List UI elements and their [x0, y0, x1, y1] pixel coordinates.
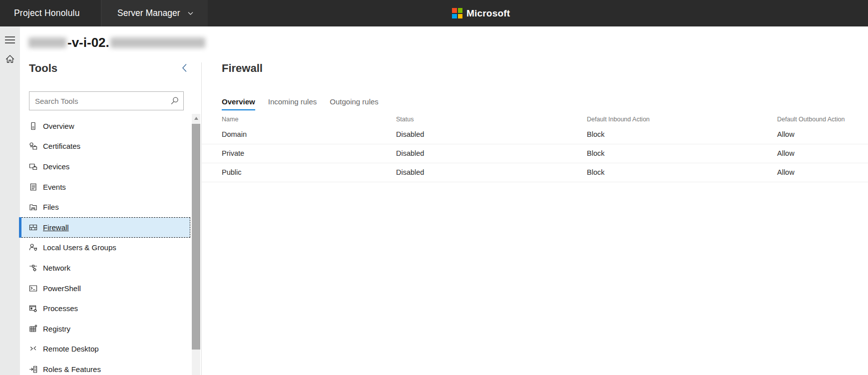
network-icon: [29, 264, 37, 272]
scrollbar-up-button[interactable]: [192, 114, 200, 122]
cell-name: Public: [222, 163, 242, 182]
solution-switcher[interactable]: Server Manager: [101, 0, 208, 26]
tool-item-processes[interactable]: Processes: [20, 298, 190, 319]
microsoft-wordmark: Microsoft: [466, 8, 510, 19]
tool-item-label: Remote Desktop: [43, 345, 99, 353]
tool-item-label: Events: [43, 183, 66, 191]
tool-item-powershell[interactable]: PowerShell: [20, 278, 190, 299]
column-header-name: Name: [222, 113, 238, 125]
chevron-down-icon: [188, 11, 193, 15]
tool-item-label: Certificates: [43, 142, 80, 150]
tool-item-remote-desktop[interactable]: Remote Desktop: [20, 339, 190, 360]
table-row-domain[interactable]: Domain Disabled Block Allow: [202, 125, 868, 144]
microsoft-logo: Microsoft: [452, 0, 510, 26]
tool-item-label: Firewall: [43, 223, 69, 232]
cell-status: Disabled: [396, 163, 424, 182]
home-button[interactable]: [0, 50, 20, 67]
roles-features-icon: [29, 365, 37, 374]
window: Project Honolulu Server Manager Microsof…: [0, 0, 868, 375]
cell-outbound: Allow: [777, 125, 795, 144]
tool-item-label: Network: [43, 264, 70, 272]
certificates-icon: [29, 142, 37, 150]
devices-icon: [29, 162, 37, 171]
tool-item-devices[interactable]: Devices: [20, 156, 190, 177]
app-title[interactable]: Project Honolulu: [14, 0, 80, 26]
server-name-redacted-prefix: [28, 37, 66, 48]
table-row-private[interactable]: Private Disabled Block Allow: [202, 144, 868, 163]
tool-item-label: Roles & Features: [43, 365, 101, 374]
tool-item-firewall[interactable]: Firewall: [19, 217, 190, 238]
tab-incoming-rules[interactable]: Incoming rules: [268, 97, 317, 110]
left-rail: [0, 26, 20, 375]
solution-label: Server Manager: [117, 8, 180, 18]
tools-scrollbar[interactable]: [192, 114, 200, 375]
collapse-tools-button[interactable]: [181, 63, 187, 74]
tool-item-label: Registry: [43, 325, 70, 333]
chevron-left-icon: [181, 63, 187, 72]
tool-item-registry[interactable]: Registry: [20, 319, 190, 339]
cell-status: Disabled: [396, 144, 424, 163]
server-name-heading: -v-i-02.: [28, 34, 205, 51]
powershell-icon: [29, 284, 37, 293]
column-header-status: Status: [396, 113, 414, 125]
tool-item-label: Local Users & Groups: [43, 243, 116, 252]
hamburger-icon: [4, 36, 15, 44]
table-row-public[interactable]: Public Disabled Block Allow: [202, 163, 868, 182]
tools-list: Overview Certificates Devices Events Fil…: [20, 116, 190, 375]
cell-name: Domain: [222, 125, 247, 144]
firewall-icon: [29, 223, 37, 232]
column-header-default-outbound-action: Default Outbound Action: [777, 113, 845, 125]
tool-item-files[interactable]: Files: [20, 197, 190, 217]
search-box: [29, 91, 184, 110]
search-icon: [170, 96, 179, 105]
triangle-up-icon: [194, 117, 198, 120]
column-header-default-inbound-action: Default Inbound Action: [587, 113, 650, 125]
cell-outbound: Allow: [777, 163, 795, 182]
tools-panel: Tools Overview Certificates Devices: [20, 57, 201, 375]
cell-status: Disabled: [396, 125, 424, 144]
cell-inbound: Block: [587, 163, 604, 182]
tool-item-certificates[interactable]: Certificates: [20, 136, 190, 157]
tab-outgoing-rules[interactable]: Outgoing rules: [330, 97, 379, 110]
registry-icon: [29, 325, 37, 333]
cell-name: Private: [222, 144, 244, 163]
server-name-visible: -v-i-02.: [67, 35, 109, 50]
files-icon: [29, 203, 37, 211]
top-bar: Project Honolulu Server Manager Microsof…: [0, 0, 868, 26]
microsoft-logo-icon: [452, 8, 462, 18]
tool-item-network[interactable]: Network: [20, 258, 190, 278]
main-content: Firewall Overview Incoming rules Outgoin…: [202, 57, 868, 375]
tool-item-label: Processes: [43, 304, 78, 313]
tool-item-label: Overview: [43, 122, 74, 130]
menu-button[interactable]: [0, 31, 20, 48]
tool-item-label: Devices: [43, 162, 69, 171]
processes-icon: [29, 304, 37, 313]
tool-item-label: Files: [43, 203, 59, 211]
scrollbar-thumb[interactable]: [192, 124, 200, 350]
users-icon: [29, 243, 37, 252]
tool-item-roles-features[interactable]: Roles & Features: [20, 359, 190, 375]
search-input[interactable]: [29, 92, 183, 110]
cell-outbound: Allow: [777, 144, 795, 163]
tool-item-label: PowerShell: [43, 284, 81, 293]
tab-bar: Overview Incoming rules Outgoing rules: [222, 97, 379, 110]
remote-desktop-icon: [29, 345, 37, 353]
home-icon: [5, 54, 15, 64]
cell-inbound: Block: [587, 125, 604, 144]
firewall-profiles-table: Domain Disabled Block Allow Private Disa…: [202, 125, 868, 182]
events-icon: [29, 183, 37, 191]
tool-item-events[interactable]: Events: [20, 177, 190, 197]
cell-inbound: Block: [587, 144, 604, 163]
table-header: Name Status Default Inbound Action Defau…: [202, 113, 868, 125]
server-name-redacted-suffix: [110, 37, 205, 48]
page-title: Firewall: [222, 62, 263, 75]
tool-item-overview[interactable]: Overview: [20, 116, 190, 136]
tab-overview[interactable]: Overview: [222, 97, 255, 110]
tool-item-local-users-groups[interactable]: Local Users & Groups: [20, 238, 190, 258]
tools-panel-title: Tools: [29, 62, 57, 75]
server-overview-icon: [29, 122, 37, 130]
